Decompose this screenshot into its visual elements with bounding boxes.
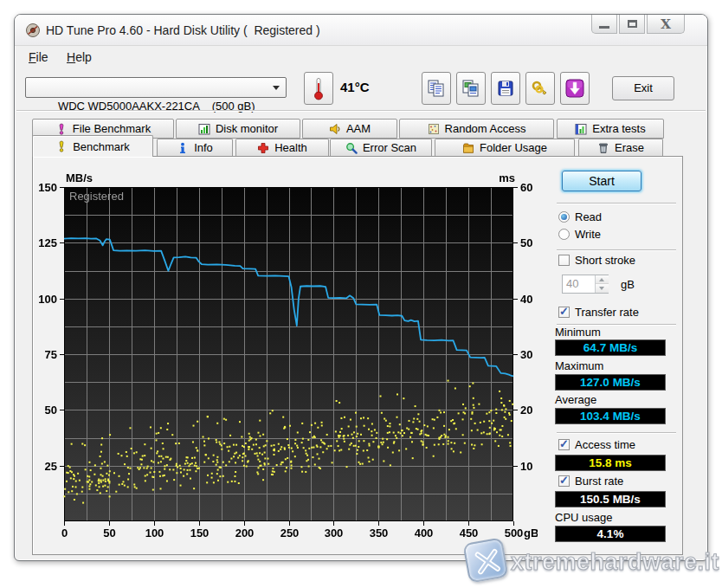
tab-label: Info xyxy=(194,141,213,154)
minimize-icon xyxy=(599,26,609,29)
checkbox-icon[interactable] xyxy=(558,255,570,266)
titlebar[interactable]: HD Tune Pro 4.60 - Hard Disk Utility ( R… xyxy=(15,15,707,46)
registration-button[interactable] xyxy=(525,72,555,105)
transfer-rate-label: Transfer rate xyxy=(575,306,639,319)
tab-health[interactable]: Health xyxy=(235,139,329,156)
minimum-value: 64.7 MB/s xyxy=(555,339,666,356)
drive-selector-dropdown[interactable]: WDC WD5000AAKX-221CA (500 gB) xyxy=(25,77,287,98)
read-label: Read xyxy=(575,210,602,223)
tab-label: Erase xyxy=(615,141,644,154)
app-icon xyxy=(25,23,41,38)
start-button[interactable]: Start xyxy=(562,171,641,191)
app-window: HD Tune Pro 4.60 - Hard Disk Utility ( R… xyxy=(14,14,708,561)
maximum-value: 127.0 MB/s xyxy=(555,374,666,391)
bar-chart-icon xyxy=(198,123,210,135)
short-stroke-checkbox[interactable]: Short stroke xyxy=(558,254,635,267)
tab-label: Extra tests xyxy=(592,122,645,135)
access-time-checkbox[interactable]: Access time xyxy=(558,438,635,451)
tab-erase[interactable]: Erase xyxy=(578,139,663,156)
copy-image-button[interactable] xyxy=(456,72,486,105)
separator xyxy=(557,249,676,251)
menu-file[interactable]: File xyxy=(25,46,52,68)
cpu-usage-value: 4.1% xyxy=(555,526,666,542)
exit-button[interactable]: Exit xyxy=(612,76,674,100)
capacity-unit-label: gB xyxy=(621,278,635,291)
toolbar: WDC WD5000AAKX-221CA (500 gB) 41°C xyxy=(15,68,707,110)
thermometer-icon xyxy=(313,77,325,100)
benchmark-chart xyxy=(35,165,538,546)
floppy-save-icon xyxy=(496,79,515,98)
average-label: Average xyxy=(555,393,596,406)
temperature-button[interactable] xyxy=(304,72,333,105)
burst-rate-value: 150.5 MB/s xyxy=(555,491,666,507)
separator xyxy=(557,203,676,204)
checkbox-icon[interactable] xyxy=(558,475,570,487)
window-title: HD Tune Pro 4.60 - Hard Disk Utility ( R… xyxy=(46,15,320,46)
maximize-button[interactable] xyxy=(619,15,645,34)
maximum-label: Maximum xyxy=(555,359,603,372)
mini-chart-icon xyxy=(575,123,587,135)
info-icon xyxy=(177,142,189,154)
write-radio[interactable]: Write xyxy=(558,228,601,241)
tab-info[interactable]: Info xyxy=(157,139,233,156)
trash-icon xyxy=(597,142,609,154)
tab-benchmark[interactable]: Benchmark xyxy=(32,135,153,157)
capacity-spinner[interactable]: 40 xyxy=(562,275,609,294)
access-time-value: 15.8 ms xyxy=(555,455,666,471)
tab-label: Benchmark xyxy=(73,140,130,153)
copy-text-icon xyxy=(427,79,446,98)
short-stroke-label: Short stroke xyxy=(575,254,635,267)
checkbox-icon[interactable] xyxy=(558,439,570,450)
tab-disk-monitor[interactable]: Disk monitor xyxy=(176,119,300,139)
average-value: 103.4 MB/s xyxy=(555,408,666,424)
speaker-icon xyxy=(329,123,341,135)
menu-help[interactable]: Help xyxy=(63,46,95,68)
toolbar-separator xyxy=(16,110,706,112)
radio-icon[interactable] xyxy=(558,211,570,223)
tab-extra-tests[interactable]: Extra tests xyxy=(557,119,664,139)
tab-label: File Benchmark xyxy=(73,122,151,135)
tab-label: Folder Usage xyxy=(480,141,547,154)
radio-icon[interactable] xyxy=(558,229,570,240)
temperature-value: 41°C xyxy=(340,80,370,94)
exclamation-magenta-icon xyxy=(55,123,68,135)
copy-text-button[interactable] xyxy=(422,72,451,105)
tab-error-scan[interactable]: Error Scan xyxy=(330,139,432,156)
access-time-label: Access time xyxy=(575,438,635,451)
chevron-down-icon xyxy=(273,86,280,90)
tab-label: Random Access xyxy=(445,122,526,135)
spinner-up-button[interactable] xyxy=(596,275,609,284)
minimize-button[interactable] xyxy=(591,15,617,34)
maximize-icon xyxy=(628,20,637,28)
burst-rate-checkbox[interactable]: Burst rate xyxy=(558,475,623,488)
check-update-button[interactable] xyxy=(560,72,590,105)
exclamation-yellow-icon xyxy=(55,140,68,152)
tab-aam[interactable]: AAM xyxy=(302,119,397,139)
close-icon: X xyxy=(661,16,671,32)
spinner-value: 40 xyxy=(566,275,578,293)
save-screenshot-button[interactable] xyxy=(491,72,520,105)
copy-image-icon xyxy=(461,79,480,98)
tab-random-access[interactable]: Random Access xyxy=(399,119,554,139)
tab-label: Disk monitor xyxy=(216,122,278,135)
read-radio[interactable]: Read xyxy=(558,210,602,223)
burst-rate-label: Burst rate xyxy=(575,475,623,488)
tab-folder-usage[interactable]: Folder Usage xyxy=(435,139,575,156)
tab-label: Error Scan xyxy=(363,141,416,154)
page: HD Tune Pro 4.60 - Hard Disk Utility ( R… xyxy=(0,0,722,588)
tab-label: Health xyxy=(274,141,307,154)
magnifier-icon xyxy=(345,142,358,154)
gold-keys-icon xyxy=(531,79,550,98)
red-cross-icon xyxy=(257,142,269,154)
menubar: File Help xyxy=(15,46,707,68)
tab-label: AAM xyxy=(346,122,371,135)
minimum-label: Minimum xyxy=(555,326,601,339)
dotted-square-icon xyxy=(428,123,440,135)
separator xyxy=(557,432,676,434)
checkbox-icon[interactable] xyxy=(558,307,570,318)
spinner-down-button[interactable] xyxy=(596,284,609,293)
folder-icon xyxy=(462,142,474,154)
transfer-rate-checkbox[interactable]: Transfer rate xyxy=(558,306,639,319)
cpu-usage-label: CPU usage xyxy=(555,511,612,524)
close-button[interactable]: X xyxy=(647,15,685,34)
